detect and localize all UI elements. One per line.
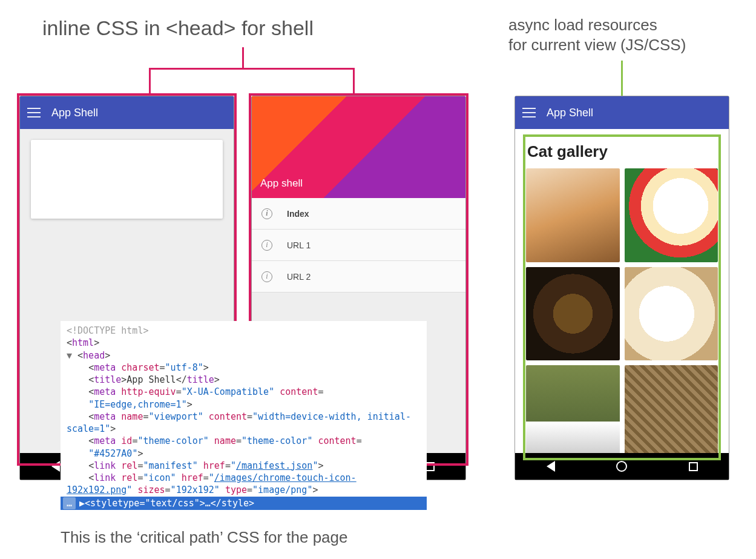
drawer-item-label: Index <box>287 209 309 219</box>
nav-recent-icon[interactable] <box>687 460 699 472</box>
info-icon: i <box>261 208 272 219</box>
gallery-title: Cat gallery <box>527 142 718 161</box>
toolbar: App Shell <box>515 96 729 129</box>
hero-label: App shell <box>260 177 303 190</box>
info-icon: i <box>261 240 272 251</box>
leader-pink-v2 <box>353 68 355 93</box>
nav-back-icon[interactable] <box>50 460 62 472</box>
gallery-thumb[interactable] <box>625 267 718 361</box>
drawer-item-label: URL 2 <box>287 272 311 282</box>
devtools-source-panel: <!DOCTYPE html> <html> ▼ <head> <meta ch… <box>61 321 427 510</box>
drawer-item-url2[interactable]: i URL 2 <box>252 261 465 293</box>
annotation-async-load: async load resources for current view (J… <box>508 15 686 55</box>
drawer-hero: App shell <box>252 96 465 198</box>
leader-pink-v1 <box>149 68 151 93</box>
gallery-thumb[interactable] <box>526 365 620 453</box>
phone-body: Cat gallery <box>515 129 729 453</box>
toolbar: App Shell <box>20 96 234 129</box>
phone-content-loaded: App Shell Cat gallery <box>514 96 729 480</box>
android-navbar <box>515 453 729 480</box>
toolbar-title: App Shell <box>547 107 593 119</box>
gallery-thumb[interactable] <box>625 168 718 262</box>
gallery-thumb[interactable] <box>526 267 620 361</box>
nav-home-icon[interactable] <box>616 460 628 472</box>
leader-pink-stem <box>242 47 244 68</box>
drawer-item-index[interactable]: i Index <box>252 198 465 230</box>
placeholder-card <box>31 140 223 219</box>
drawer-item-label: URL 1 <box>287 240 311 250</box>
gallery-thumb[interactable] <box>526 168 620 262</box>
nav-back-icon[interactable] <box>545 460 557 472</box>
info-icon: i <box>261 271 272 282</box>
leader-pink-h <box>149 68 355 70</box>
code-line: <!DOCTYPE html> <html> ▼ <head> <meta ch… <box>61 325 427 497</box>
gallery-thumb[interactable] <box>625 365 718 453</box>
annotation-inline-css: inline CSS in <head> for shell <box>42 15 314 41</box>
hamburger-icon[interactable] <box>522 108 536 117</box>
hamburger-icon[interactable] <box>27 108 41 117</box>
gallery-grid <box>526 168 718 453</box>
drawer-item-url1[interactable]: i URL 1 <box>252 230 465 261</box>
code-line-selected[interactable]: …▶ <style type="text/css">…</style> <box>61 497 427 510</box>
toolbar-title: App Shell <box>51 107 98 119</box>
caption-critical-path: This is the ‘critical path’ CSS for the … <box>61 528 347 547</box>
